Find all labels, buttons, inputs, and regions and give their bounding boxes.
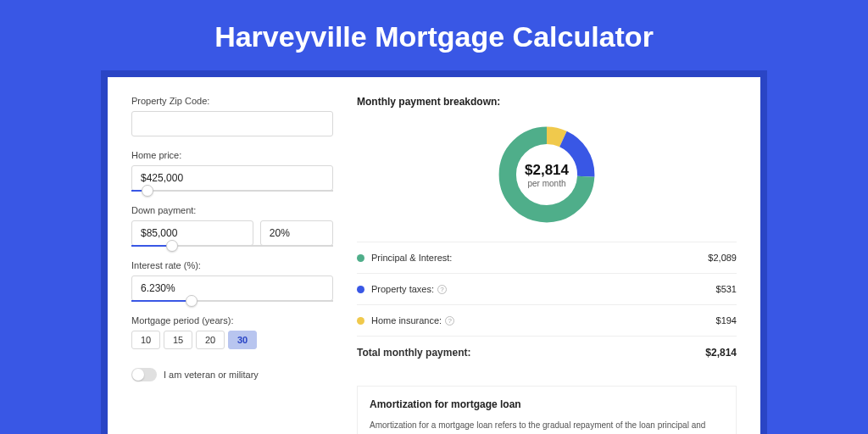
total-row: Total monthly payment: $2,814 xyxy=(357,336,737,369)
total-value: $2,814 xyxy=(705,347,737,359)
amortization-box: Amortization for mortgage loan Amortizat… xyxy=(357,386,737,434)
period-button-30[interactable]: 30 xyxy=(228,331,257,349)
calculator-card: Property Zip Code: Home price: Down paym… xyxy=(108,77,760,434)
form-panel: Property Zip Code: Home price: Down paym… xyxy=(131,96,333,434)
line-items: Principal & Interest:$2,089Property taxe… xyxy=(357,242,737,336)
line-item: Principal & Interest:$2,089 xyxy=(357,242,737,273)
down-payment-pct-input[interactable] xyxy=(260,220,333,246)
interest-rate-input[interactable] xyxy=(131,275,333,301)
interest-rate-slider[interactable] xyxy=(131,300,333,302)
slider-thumb[interactable] xyxy=(186,295,198,307)
period-row: 10152030 xyxy=(131,331,333,349)
breakdown-title: Monthly payment breakdown: xyxy=(357,96,737,108)
slider-fill xyxy=(131,300,192,302)
zip-input[interactable] xyxy=(131,111,333,136)
breakdown-panel: Monthly payment breakdown: $2,814 per mo… xyxy=(357,96,737,434)
card-outer: Property Zip Code: Home price: Down paym… xyxy=(101,70,767,434)
down-payment-field: Down payment: xyxy=(131,205,333,247)
page-title: Harveyville Mortgage Calculator xyxy=(0,0,868,70)
interest-rate-label: Interest rate (%): xyxy=(131,260,333,270)
down-payment-label: Down payment: xyxy=(131,205,333,215)
home-price-slider[interactable] xyxy=(131,190,333,192)
line-item-value: $194 xyxy=(716,315,737,326)
period-button-15[interactable]: 15 xyxy=(164,331,192,349)
donut-wrap: $2,814 per month xyxy=(357,116,737,242)
info-icon[interactable]: ? xyxy=(445,316,454,326)
amortization-text: Amortization for a mortgage loan refers … xyxy=(370,419,724,434)
zip-label: Property Zip Code: xyxy=(131,96,333,106)
veteran-toggle[interactable] xyxy=(131,368,157,381)
amortization-title: Amortization for mortgage loan xyxy=(370,398,724,410)
line-item-label: Property taxes: ? xyxy=(371,284,716,294)
donut-center: $2,814 per month xyxy=(495,123,598,226)
donut-sub: per month xyxy=(527,179,565,188)
legend-swatch xyxy=(357,317,364,325)
info-icon[interactable]: ? xyxy=(437,285,447,294)
line-item-value: $2,089 xyxy=(708,253,737,263)
line-item-value: $531 xyxy=(716,284,737,294)
mortgage-period-label: Mortgage period (years): xyxy=(131,315,333,326)
payment-donut-chart: $2,814 per month xyxy=(495,123,598,226)
down-payment-slider[interactable] xyxy=(131,245,333,247)
veteran-label: I am veteran or military xyxy=(164,370,259,380)
line-item-label: Home insurance: ? xyxy=(371,315,716,326)
home-price-label: Home price: xyxy=(131,150,333,160)
period-button-10[interactable]: 10 xyxy=(131,331,160,349)
slider-thumb[interactable] xyxy=(142,185,153,197)
mortgage-period-field: Mortgage period (years): 10152030 xyxy=(131,315,333,349)
home-price-input[interactable] xyxy=(131,165,333,191)
legend-swatch xyxy=(357,254,364,262)
veteran-row: I am veteran or military xyxy=(131,368,333,381)
period-button-20[interactable]: 20 xyxy=(196,331,225,349)
legend-swatch xyxy=(357,286,364,293)
zip-field: Property Zip Code: xyxy=(131,96,333,136)
line-item: Home insurance: ?$194 xyxy=(357,304,737,336)
line-item: Property taxes: ?$531 xyxy=(357,273,737,304)
donut-value: $2,814 xyxy=(525,162,569,179)
total-label: Total monthly payment: xyxy=(357,347,705,359)
down-payment-input[interactable] xyxy=(131,220,253,246)
interest-rate-field: Interest rate (%): xyxy=(131,260,333,302)
line-item-label: Principal & Interest: xyxy=(371,253,708,263)
home-price-field: Home price: xyxy=(131,150,333,192)
slider-thumb[interactable] xyxy=(166,240,178,252)
